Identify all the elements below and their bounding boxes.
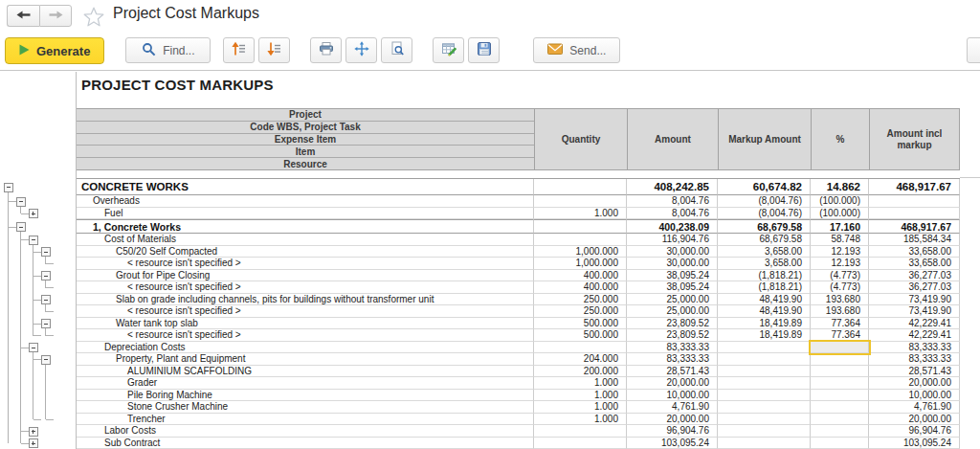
cell-markup[interactable]: 48,419.90 xyxy=(718,294,811,306)
expand-group-box[interactable] xyxy=(29,427,37,436)
cell-amount[interactable]: 8,004.76 xyxy=(627,195,718,208)
send-button[interactable]: Send... xyxy=(533,37,620,63)
collapse-group-box[interactable] xyxy=(41,320,50,328)
cell-markup[interactable]: 60,674.82 xyxy=(718,179,811,195)
cell-pct[interactable]: 193.680 xyxy=(811,305,869,318)
cell-pct[interactable]: 193.680 xyxy=(811,294,869,306)
cell-markup[interactable] xyxy=(718,425,811,438)
cell-amount[interactable]: 25,000.00 xyxy=(627,305,718,318)
cell-qty[interactable]: 400.000 xyxy=(534,270,627,282)
cell-qty[interactable] xyxy=(534,425,627,438)
cell-markup[interactable]: (1,818.21) xyxy=(718,270,811,282)
cell-qty[interactable]: 1.000 xyxy=(534,414,627,426)
cell-amount[interactable]: 23,809.52 xyxy=(627,318,718,330)
cell-pct[interactable]: 58.748 xyxy=(811,234,869,246)
cell-incl[interactable] xyxy=(869,195,960,208)
collapse-group-box[interactable] xyxy=(4,183,12,191)
collapse-group-box[interactable] xyxy=(41,248,50,257)
cell-name[interactable]: C50/20 Self Compacted xyxy=(77,246,534,258)
cell-name[interactable]: 1, Concrete Works xyxy=(77,219,534,234)
cell-markup[interactable] xyxy=(718,438,811,449)
cell-amount[interactable]: 116,904.76 xyxy=(627,234,718,246)
collapse-group-box[interactable] xyxy=(41,355,50,364)
cell-name[interactable]: Cost of Materials xyxy=(77,234,534,246)
cell-pct[interactable]: 77.364 xyxy=(811,329,869,342)
cell-qty[interactable] xyxy=(534,179,627,195)
cell-markup[interactable]: 48,419.90 xyxy=(718,305,811,318)
cell-incl[interactable]: 10,000.00 xyxy=(869,390,960,402)
cell-pct[interactable]: 14.862 xyxy=(811,179,869,195)
cell-incl[interactable]: 36,277.03 xyxy=(869,270,960,282)
cell-markup[interactable]: 3,658.00 xyxy=(718,258,811,270)
cell-amount[interactable]: 25,000.00 xyxy=(627,294,718,306)
cell-markup[interactable]: (1,818.21) xyxy=(718,281,811,294)
cell-amount[interactable]: 400,238.09 xyxy=(627,219,718,234)
cell-name[interactable]: CONCRETE WORKS xyxy=(77,179,534,195)
cell-name[interactable]: Depreciation Costs xyxy=(77,342,534,354)
cell-incl[interactable]: 83,333.33 xyxy=(869,353,960,366)
expand-group-box[interactable] xyxy=(29,439,37,448)
cell-name[interactable]: Stone Crusher Machine xyxy=(77,401,534,414)
cell-amount[interactable]: 20,000.00 xyxy=(627,414,718,426)
cell-name[interactable]: Overheads xyxy=(77,195,534,208)
cell-name[interactable]: Water tank top slab xyxy=(77,318,534,330)
collapse-group-box[interactable] xyxy=(41,272,50,281)
forward-button[interactable] xyxy=(39,5,72,27)
expand-groups-button[interactable] xyxy=(258,37,290,63)
cell-markup[interactable]: 68,679.58 xyxy=(718,234,811,246)
cell-qty[interactable] xyxy=(534,219,627,234)
cell-qty[interactable]: 1,000.000 xyxy=(534,246,627,258)
cell-name[interactable]: Labor Costs xyxy=(77,425,534,438)
cell-name[interactable]: Pile Boring Machine xyxy=(77,390,534,402)
cell-markup[interactable]: 18,419.89 xyxy=(718,318,811,330)
cell-name[interactable]: Sub Contract xyxy=(77,438,534,449)
cell-qty[interactable]: 204.000 xyxy=(534,353,627,366)
cell-amount[interactable]: 28,571.43 xyxy=(627,366,718,378)
cell-pct[interactable] xyxy=(811,438,869,449)
cell-markup[interactable] xyxy=(718,390,811,402)
cell-qty[interactable] xyxy=(534,234,627,246)
cell-amount[interactable]: 38,095.24 xyxy=(627,281,718,294)
cell-markup[interactable] xyxy=(718,401,811,414)
cell-markup[interactable]: 18,419.89 xyxy=(718,329,811,342)
cell-name[interactable]: Trencher xyxy=(77,414,534,426)
cell-qty[interactable] xyxy=(534,342,627,354)
cell-qty[interactable]: 1,000.000 xyxy=(534,258,627,270)
cell-amount[interactable]: 30,000.00 xyxy=(627,246,718,258)
cell-name[interactable]: Grader xyxy=(77,377,534,390)
cell-name[interactable]: Property, Plant and Equipment xyxy=(77,353,534,366)
edit-table-button[interactable] xyxy=(433,37,464,63)
cell-amount[interactable]: 83,333.33 xyxy=(627,353,718,366)
cell-amount[interactable]: 10,000.00 xyxy=(627,390,718,402)
cell-incl[interactable]: 28,571.43 xyxy=(869,366,960,378)
cell-pct[interactable] xyxy=(811,390,869,402)
cell-qty[interactable]: 1.000 xyxy=(534,208,627,220)
cell-qty[interactable]: 200.000 xyxy=(534,366,627,378)
print-button[interactable] xyxy=(310,37,342,63)
cell-amount[interactable]: 23,809.52 xyxy=(627,329,718,342)
cell-markup[interactable]: (8,004.76) xyxy=(718,195,811,208)
cell-markup[interactable] xyxy=(718,366,811,378)
cell-pct[interactable] xyxy=(811,401,869,414)
expand-group-box[interactable] xyxy=(29,210,37,218)
cell-incl[interactable]: 96,904.76 xyxy=(869,425,960,438)
generate-button[interactable]: Generate xyxy=(5,37,104,64)
cell-qty[interactable]: 1.000 xyxy=(534,401,627,414)
cell-pct[interactable]: 77.364 xyxy=(811,318,869,330)
cell-amount[interactable]: 38,095.24 xyxy=(627,270,718,282)
cell-name[interactable]: < resource isn't specified > xyxy=(77,329,534,342)
save-button[interactable] xyxy=(468,37,500,63)
cell-incl[interactable]: 185,584.34 xyxy=(869,234,960,246)
cell-incl[interactable] xyxy=(869,208,960,220)
cell-markup[interactable]: 68,679.58 xyxy=(718,219,811,234)
cell-pct[interactable] xyxy=(811,425,869,438)
cell-pct[interactable]: (100.000) xyxy=(811,208,869,220)
find-button[interactable]: Find... xyxy=(125,37,211,63)
cell-pct[interactable]: 17.160 xyxy=(811,219,869,234)
favorite-star-icon[interactable] xyxy=(82,6,105,29)
cell-amount[interactable]: 8,004.76 xyxy=(627,208,718,220)
cell-incl[interactable]: 73,419.90 xyxy=(869,294,960,306)
cell-incl[interactable]: 4,761.90 xyxy=(869,401,960,414)
cell-name[interactable]: Fuel xyxy=(77,208,534,220)
cell-pct-selected[interactable] xyxy=(811,342,869,354)
